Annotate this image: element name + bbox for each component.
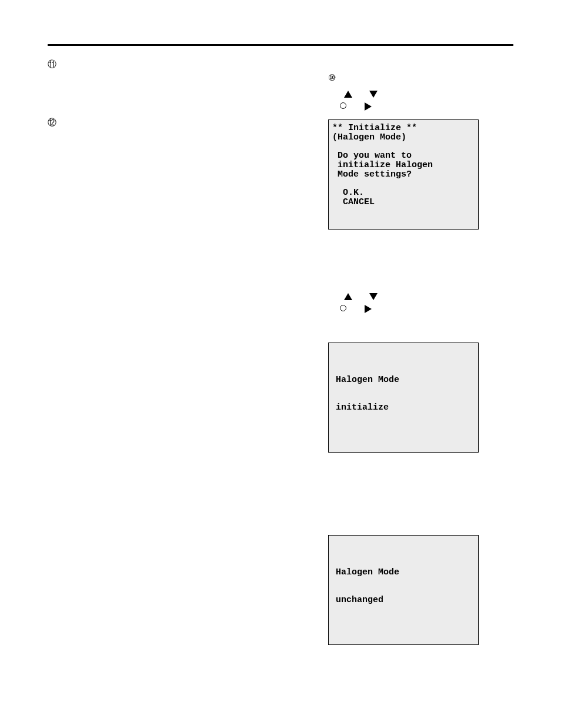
select-circle-icon <box>340 102 346 109</box>
horizontal-rule <box>48 44 513 46</box>
panel1-line1: ** Initialize ** <box>332 123 417 133</box>
panel-text: ** Initialize ** (Halogen Mode) Do you w… <box>332 124 433 207</box>
arrow-right-icon <box>365 102 372 111</box>
panel2-line2: initialize <box>336 403 389 413</box>
panel-text: Halogen Mode unchanged <box>336 568 399 605</box>
screen-panel-result-initialize: Halogen Mode initialize <box>328 343 479 453</box>
screen-panel-result-unchanged: Halogen Mode unchanged <box>328 535 479 645</box>
panel1-line5: Mode settings? <box>332 169 412 179</box>
arrow-down-icon <box>369 91 378 98</box>
arrow-up-icon <box>344 91 352 98</box>
panel3-line1: Halogen Mode <box>336 567 399 577</box>
panel1-line3: Do you want to <box>332 151 412 161</box>
panel1-line2: (Halogen Mode) <box>332 132 406 142</box>
panel2-line1: Halogen Mode <box>336 375 399 385</box>
step-marker-10: ⑩ <box>328 73 336 82</box>
step-marker-11: ⑪ <box>48 59 56 68</box>
arrow-up-icon <box>344 293 352 300</box>
panel1-line4: initialize Halogen <box>332 160 433 170</box>
panel-text: Halogen Mode initialize <box>336 375 399 413</box>
screen-panel-initialize: ** Initialize ** (Halogen Mode) Do you w… <box>328 119 479 230</box>
panel1-line7: CANCEL <box>332 197 375 207</box>
select-circle-icon <box>340 305 346 311</box>
panel3-line2: unchanged <box>336 595 383 605</box>
panel1-line6: O.K. <box>332 188 364 198</box>
arrow-down-icon <box>369 293 378 300</box>
arrow-right-icon <box>365 305 372 313</box>
step-marker-12: ⑫ <box>48 118 56 127</box>
